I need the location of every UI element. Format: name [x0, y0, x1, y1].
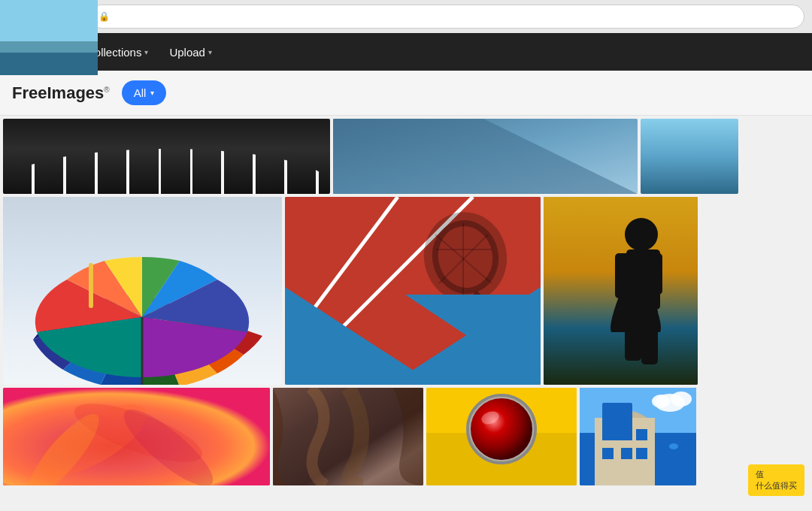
image-red-abstract[interactable] [3, 388, 270, 485]
logo-reg: ® [104, 85, 109, 93]
watermark: 值 什么值得买 [748, 464, 804, 496]
grid-row-3 [0, 388, 812, 485]
image-blue-building[interactable] [580, 388, 696, 485]
watermark-text: 什么值得买 [756, 481, 797, 490]
address-bar[interactable]: 🔒 https://www.freeimages.com [89, 5, 804, 29]
svg-point-51 [664, 438, 691, 465]
svg-point-52 [669, 443, 678, 449]
grid-row-2 [0, 197, 812, 385]
image-person-silhouette[interactable] [544, 197, 698, 385]
url-input[interactable]: https://www.freeimages.com [114, 11, 795, 23]
silhouette-svg [544, 197, 698, 385]
svg-point-42 [671, 392, 692, 407]
building-svg [580, 388, 696, 485]
browser-toolbar: ← → ↻ 🔒 https://www.freeimages.com [0, 0, 812, 33]
svg-rect-46 [621, 429, 632, 440]
image-dark-scallops[interactable] [3, 119, 330, 194]
watermark-icon: 值 [756, 470, 764, 479]
image-blue-concrete[interactable] [333, 119, 638, 194]
canyon-svg [273, 388, 423, 485]
svg-rect-47 [636, 429, 647, 440]
all-chevron-icon: ▾ [150, 89, 154, 97]
image-canyon-rocks[interactable] [273, 388, 423, 485]
all-filter-button[interactable]: All ▾ [122, 80, 167, 105]
red-abstract-svg [3, 388, 270, 485]
site-header: FreeImages® All ▾ [0, 71, 812, 116]
image-red-geometric[interactable] [285, 197, 541, 385]
umbrella-svg [3, 197, 282, 385]
site-nav: Browse ▾ Collections ▾ Upload ▾ [0, 33, 812, 71]
image-yellow-car-light[interactable] [426, 388, 577, 485]
all-label: All [134, 86, 147, 99]
grid-row-1 [0, 119, 812, 194]
image-ocean-blue[interactable] [641, 119, 738, 194]
svg-rect-23 [649, 253, 662, 295]
svg-rect-50 [636, 448, 647, 459]
svg-point-43 [652, 395, 670, 408]
svg-rect-45 [602, 429, 614, 440]
logo-images: Images [47, 83, 104, 102]
blue-concrete-svg [333, 119, 638, 194]
logo-free: Free [12, 83, 47, 102]
svg-rect-48 [602, 448, 614, 459]
nav-upload[interactable]: Upload ▾ [160, 40, 221, 65]
svg-line-18 [477, 295, 518, 347]
collections-chevron: ▾ [144, 48, 148, 56]
image-grid [0, 116, 812, 488]
svg-point-20 [625, 218, 658, 251]
site-logo: FreeImages® [12, 83, 110, 103]
svg-marker-11 [390, 287, 541, 385]
svg-rect-49 [621, 448, 632, 459]
car-light-svg [426, 388, 577, 485]
scrollbar-indicator [89, 263, 93, 308]
browser-chrome: ← → ↻ 🔒 https://www.freeimages.com [0, 0, 812, 33]
image-rainbow-umbrella[interactable] [3, 197, 282, 385]
upload-chevron: ▾ [208, 48, 212, 56]
upload-label: Upload [169, 46, 205, 59]
red-geometric-svg [285, 197, 541, 385]
lock-icon: 🔒 [98, 11, 110, 22]
